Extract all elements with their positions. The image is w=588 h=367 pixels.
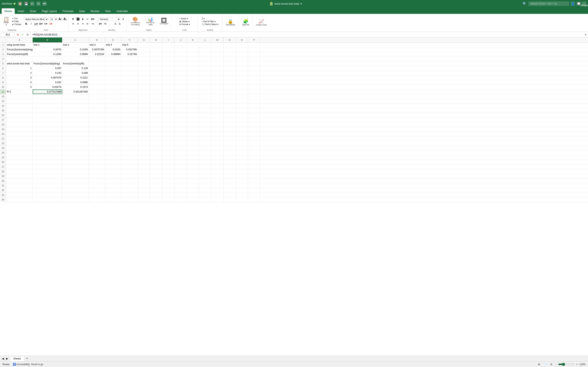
cell-F9[interactable] [121, 80, 138, 85]
cell-E3[interactable]: 0.0996N [105, 52, 121, 57]
cell-P8[interactable] [248, 75, 260, 80]
cell-D30[interactable] [89, 179, 105, 183]
cell-E6[interactable] [105, 66, 121, 71]
cell-P9[interactable] [248, 80, 260, 85]
cell-F3[interactable]: 0.1573N [121, 52, 138, 57]
tab-insert[interactable]: Insert [15, 8, 27, 14]
fill-color-button[interactable]: A▾ [43, 22, 48, 26]
cell-I4[interactable] [162, 57, 174, 61]
percent-button[interactable]: % [103, 22, 107, 26]
cell-F16[interactable] [121, 113, 138, 117]
cell-C16[interactable] [62, 113, 89, 117]
cell-K3[interactable] [187, 52, 199, 57]
tab-home[interactable]: Home [2, 8, 15, 14]
cell-I5[interactable] [162, 61, 174, 66]
cell-P29[interactable] [248, 174, 260, 178]
cell-P11[interactable] [248, 90, 260, 94]
cell-I34[interactable] [162, 197, 174, 202]
cell-P2[interactable] [248, 47, 260, 52]
cell-P23[interactable] [248, 146, 260, 150]
cell-G8[interactable] [138, 75, 150, 80]
cell-O8[interactable] [236, 75, 248, 80]
cell-P26[interactable] [248, 160, 260, 164]
accounting-format-button[interactable]: $▾ [98, 22, 103, 26]
cell-E34[interactable] [105, 197, 121, 202]
cell-P13[interactable] [248, 99, 260, 103]
cell-A3[interactable]: Force2(verticle)(lift) [6, 52, 33, 57]
row-header-4[interactable]: 4 [0, 57, 6, 61]
cell-K9[interactable] [187, 80, 199, 85]
cell-G15[interactable] [138, 108, 150, 113]
search-input[interactable] [528, 1, 569, 6]
cell-H2[interactable] [150, 47, 162, 52]
cell-B1[interactable]: trial 1 [33, 43, 62, 47]
cell-H24[interactable] [150, 150, 162, 155]
cell-E4[interactable] [105, 57, 121, 61]
cell-E10[interactable] [105, 85, 121, 89]
cell-F12[interactable] [121, 94, 138, 99]
cell-F28[interactable] [121, 169, 138, 174]
cell-L19[interactable] [199, 127, 211, 132]
cell-J24[interactable] [174, 150, 187, 155]
cell-C7[interactable]: 0.099 [62, 71, 89, 75]
cell-A34[interactable] [6, 197, 33, 202]
cell-L24[interactable] [199, 150, 211, 155]
cell-D19[interactable] [89, 127, 105, 132]
cell-K6[interactable] [187, 66, 199, 71]
cell-K32[interactable] [187, 188, 199, 192]
cell-F26[interactable] [121, 160, 138, 164]
cell-D10[interactable] [89, 85, 105, 89]
cell-O31[interactable] [236, 183, 248, 188]
sheet-nav-prev[interactable]: ◀ [1, 357, 5, 361]
col-header-A[interactable]: A [6, 38, 33, 42]
cell-H29[interactable] [150, 174, 162, 178]
cell-K16[interactable] [187, 113, 199, 117]
cell-M3[interactable] [211, 52, 224, 57]
cell-B5[interactable]: Force1(horizontal)(drag) [33, 61, 62, 66]
cell-M17[interactable] [211, 118, 224, 122]
cell-J5[interactable] [174, 61, 187, 66]
cell-O27[interactable] [236, 165, 248, 169]
cell-H6[interactable] [150, 66, 162, 71]
cell-N16[interactable] [224, 113, 236, 117]
cell-F29[interactable] [121, 174, 138, 178]
cell-C34[interactable] [62, 197, 89, 202]
cell-A11[interactable]: R^2 [6, 90, 33, 94]
cell-M27[interactable] [211, 165, 224, 169]
cell-A17[interactable] [6, 118, 33, 122]
cell-I17[interactable] [162, 118, 174, 122]
cell-N27[interactable] [224, 165, 236, 169]
cell-P14[interactable] [248, 104, 260, 108]
cell-N19[interactable] [224, 127, 236, 132]
cell-L29[interactable] [199, 174, 211, 178]
cell-L17[interactable] [199, 118, 211, 122]
cell-K1[interactable] [187, 43, 199, 47]
cell-J2[interactable] [174, 47, 187, 52]
cell-N3[interactable] [224, 52, 236, 57]
cell-I23[interactable] [162, 146, 174, 150]
cell-B6[interactable]: 0.097 [33, 66, 62, 71]
align-middle-button[interactable]: ⬛ [76, 17, 80, 21]
cell-M2[interactable] [211, 47, 224, 52]
insert-button[interactable]: + Insert ▾ [178, 17, 191, 20]
cell-J27[interactable] [174, 165, 187, 169]
cell-C9[interactable]: 0.0996 [62, 80, 89, 85]
cell-O10[interactable] [236, 85, 248, 89]
cell-N5[interactable] [224, 61, 236, 66]
col-header-N[interactable]: N [224, 38, 236, 42]
cell-I31[interactable] [162, 183, 174, 188]
cell-E17[interactable] [105, 118, 121, 122]
cell-G2[interactable] [138, 47, 150, 52]
underline-button[interactable]: U▾ [34, 22, 38, 26]
cell-M13[interactable] [211, 99, 224, 103]
cell-M18[interactable] [211, 122, 224, 127]
align-center-button[interactable]: ≡ [76, 22, 80, 26]
cell-B28[interactable] [33, 169, 62, 174]
cell-I15[interactable] [162, 108, 174, 113]
cell-N25[interactable] [224, 155, 236, 160]
cell-B16[interactable] [33, 113, 62, 117]
comma-button[interactable]: , [108, 22, 112, 26]
cell-A14[interactable] [6, 104, 33, 108]
cell-A5[interactable]: wind tunnel test trials [6, 61, 33, 66]
cell-G30[interactable] [138, 179, 150, 183]
